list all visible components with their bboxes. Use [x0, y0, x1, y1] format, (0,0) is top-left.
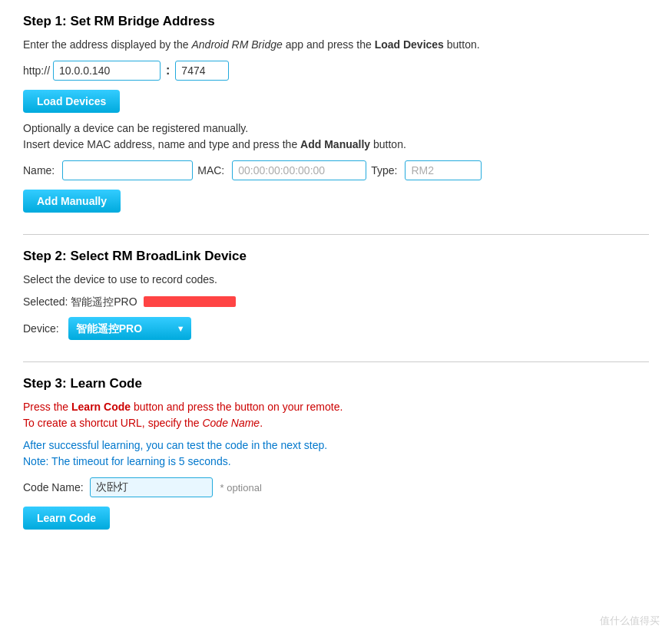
codename-input-row: Code Name: * optional	[23, 477, 649, 497]
step1-title: Step 1: Set RM Bridge Address	[23, 14, 649, 29]
address-input-row: http:// :	[23, 61, 649, 81]
add-manually-button[interactable]: Add Manually	[23, 190, 121, 213]
step1-description: Enter the address displayed by the Andro…	[23, 37, 649, 53]
step1-desc-text1: Enter the address displayed by the	[23, 38, 191, 51]
type-label: Type:	[371, 164, 397, 177]
step3-desc2-line2: Note: The timeout for learning is 5 seco…	[23, 455, 231, 467]
manual-end: button.	[370, 138, 406, 150]
mac-label: MAC:	[197, 164, 224, 177]
device-label: Device:	[23, 322, 59, 335]
manual-text1: Optionally a device can be registered ma…	[23, 122, 248, 134]
step2-description: Select the device to use to record codes…	[23, 272, 649, 288]
step2-title: Step 2: Select RM BroadLink Device	[23, 249, 649, 264]
step3-desc1-text1: Press the	[23, 401, 71, 413]
device-select-row: Device: 智能遥控PRO	[23, 317, 649, 340]
step1-desc-italic: Android RM Bridge	[191, 38, 282, 51]
step3-title: Step 3: Learn Code	[23, 376, 649, 391]
load-devices-button[interactable]: Load Devices	[23, 90, 120, 113]
watermark: 值什么值得买	[600, 614, 660, 628]
manual-bold: Add Manually	[300, 138, 370, 150]
http-prefix: http://	[23, 64, 50, 77]
codename-label: Code Name:	[23, 481, 84, 493]
step3-desc2: After successful learning, you can test …	[23, 437, 649, 470]
ip-input[interactable]	[53, 61, 161, 81]
learn-code-button[interactable]: Learn Code	[23, 507, 110, 530]
step2-section: Step 2: Select RM BroadLink Device Selec…	[23, 249, 649, 362]
step3-desc1-end: .	[260, 417, 263, 429]
step1-desc-bold: Load Devices	[375, 38, 444, 51]
device-select[interactable]: 智能遥控PRO	[68, 317, 191, 340]
step3-desc1-bold: Learn Code	[71, 401, 131, 413]
manual-input-row: Name: MAC: Type:	[23, 160, 649, 180]
colon-separator: :	[166, 64, 170, 78]
redacted-info	[144, 296, 236, 307]
selected-label: Selected:	[23, 295, 68, 308]
manual-description: Optionally a device can be registered ma…	[23, 120, 649, 153]
step1-section: Step 1: Set RM Bridge Address Enter the …	[23, 14, 649, 235]
manual-text2: Insert device MAC address, name and type…	[23, 138, 300, 150]
step3-desc1: Press the Learn Code button and press th…	[23, 399, 649, 431]
name-label: Name:	[23, 164, 55, 177]
step3-desc1-text2: button and press the button on your remo…	[131, 401, 343, 413]
step3-desc2-line1: After successful learning, you can test …	[23, 439, 327, 451]
name-input[interactable]	[62, 160, 193, 180]
step1-desc-end: button.	[444, 38, 480, 51]
port-input[interactable]	[175, 61, 229, 81]
selected-info-row: Selected: 智能遥控PRO	[23, 295, 649, 309]
step3-desc1-italic: Code Name	[202, 417, 260, 429]
type-input[interactable]	[405, 160, 482, 180]
device-select-wrapper[interactable]: 智能遥控PRO	[68, 317, 191, 340]
step3-desc1-text3: To create a shortcut URL, specify the	[23, 417, 202, 429]
step3-section: Step 3: Learn Code Press the Learn Code …	[23, 376, 649, 551]
selected-device-name: 智能遥控PRO	[71, 295, 137, 308]
optional-label: * optional	[220, 482, 262, 493]
step1-desc-text2: app and press the	[283, 38, 375, 51]
codename-input[interactable]	[90, 477, 213, 497]
mac-input[interactable]	[232, 160, 366, 180]
